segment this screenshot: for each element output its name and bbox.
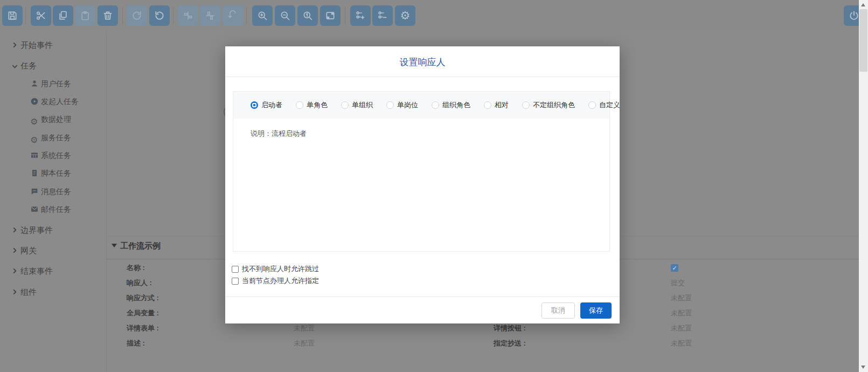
checkbox-allow-skip-when-no-responder[interactable]: 找不到响应人时允许跳过: [232, 264, 319, 274]
sidebar-item-data-processing[interactable]: ⚙ 数据处理: [0, 112, 106, 126]
zoom-out-icon: [280, 10, 290, 21]
toolbar-save-button[interactable]: [2, 5, 23, 26]
redo-button[interactable]: [127, 5, 147, 26]
copy-icon: [58, 10, 68, 21]
radio-icon: [522, 101, 530, 109]
fit-screen-button[interactable]: [320, 5, 341, 26]
add-node-icon: [355, 10, 366, 21]
field-label: 响应人 :: [127, 275, 152, 291]
field-value: 提交: [671, 275, 685, 291]
field-value: 未配置: [294, 336, 315, 351]
power-icon: [849, 10, 859, 21]
radio-option-single-post[interactable]: 单岗位: [386, 100, 418, 110]
sidebar-item-system-task[interactable]: 系统任务: [0, 148, 106, 162]
checkbox-icon: [232, 266, 239, 273]
distribute-horizontal-button[interactable]: [178, 5, 198, 26]
sidebar-item-service-task[interactable]: ⚙ 服务任务: [0, 130, 106, 144]
field-value: 未配置: [671, 336, 692, 351]
sidebar-group-components[interactable]: 组件: [0, 285, 106, 300]
radio-option-single-role[interactable]: 单角色: [296, 100, 328, 110]
vertical-scrollbar[interactable]: [859, 0, 868, 372]
zoom-in-icon: [257, 10, 268, 21]
undo-button[interactable]: [149, 5, 170, 26]
toolbar-separator: [345, 7, 345, 24]
checkbox-icon: [232, 278, 239, 285]
table-icon: [30, 151, 39, 160]
copy-button[interactable]: [53, 5, 73, 26]
cancel-button[interactable]: 取消: [541, 302, 575, 319]
cut-icon: [36, 10, 46, 21]
field-label: 指定抄送 :: [494, 336, 526, 351]
zoom-in-button[interactable]: [252, 5, 273, 26]
toolbar-separator: [122, 7, 123, 24]
settings-gear-icon: ⚙: [400, 10, 411, 22]
radio-option-undetermined-org-role[interactable]: 不定组织角色: [522, 100, 575, 110]
paste-button[interactable]: [75, 5, 95, 26]
zoom-reset-button[interactable]: [297, 5, 318, 26]
chevron-right-icon: [12, 289, 18, 295]
toolbar-separator: [246, 7, 247, 24]
add-node-button[interactable]: [350, 5, 371, 26]
radio-option-relative[interactable]: 相对: [484, 100, 509, 110]
checked-checkbox-icon: ✓: [671, 264, 678, 272]
gear-icon: ⚙: [30, 133, 38, 147]
sidebar-item-initiator-task[interactable]: 发起人任务: [0, 94, 106, 108]
chevron-down-icon: [12, 64, 18, 70]
radio-icon: [386, 101, 394, 109]
toolbar-separator: [173, 7, 173, 24]
panel-header[interactable]: 工作流示例: [112, 240, 161, 252]
toolbar-separator: [25, 7, 26, 24]
collapse-chevron-icon: [112, 244, 117, 247]
field-value: 未配置: [671, 321, 692, 336]
remove-node-icon: [377, 10, 388, 21]
comment-icon: [30, 187, 39, 196]
undo-icon: [154, 10, 165, 21]
radio-icon: [588, 101, 596, 109]
scrollbar-thumb[interactable]: [859, 9, 867, 72]
sidebar-item-script-task[interactable]: 脚本任务: [0, 166, 106, 180]
redo-icon: [131, 10, 142, 21]
cut-button[interactable]: [31, 5, 51, 26]
reset-direction-icon: [227, 10, 238, 21]
chevron-right-icon: [12, 247, 18, 253]
paste-icon: [80, 10, 91, 21]
delete-icon: [102, 10, 113, 21]
fit-screen-icon: [325, 10, 336, 21]
play-circle-icon: [30, 97, 39, 106]
scroll-down-arrow-icon[interactable]: [861, 366, 865, 369]
remove-node-button[interactable]: [372, 5, 393, 26]
radio-option-initiator[interactable]: 启动者: [251, 100, 282, 110]
radio-option-single-org[interactable]: 单组织: [341, 100, 373, 110]
dialog-title: 设置响应人: [225, 56, 620, 68]
radio-icon: [296, 101, 303, 109]
reset-direction-button[interactable]: [223, 5, 243, 26]
sidebar-group-end-event[interactable]: 结束事件: [0, 264, 106, 279]
radio-icon: [484, 101, 491, 109]
delete-button[interactable]: [98, 5, 118, 26]
scroll-up-arrow-icon[interactable]: [861, 3, 865, 6]
distribute-vertical-icon: [205, 10, 216, 21]
chevron-right-icon: [12, 268, 18, 274]
sidebar-item-message-task[interactable]: 消息任务: [0, 184, 106, 198]
radio-option-custom[interactable]: 自定义: [588, 100, 620, 110]
chevron-right-icon: [12, 42, 18, 48]
distribute-vertical-button[interactable]: [200, 5, 220, 26]
sidebar-item-mail-task[interactable]: 邮件任务: [0, 202, 106, 216]
panel-title: 工作流示例: [120, 241, 161, 250]
radio-option-org-role[interactable]: 组织角色: [432, 100, 470, 110]
sidebar-group-gateway[interactable]: 网关: [0, 243, 106, 258]
radio-icon: [341, 101, 349, 109]
sidebar-item-user-task[interactable]: 用户任务: [0, 77, 106, 91]
settings-button[interactable]: ⚙: [395, 5, 415, 26]
responder-type-radio-group: 启动者 单角色 单组织 单岗位 组织角色 相对 不定组织角色 自定义: [233, 92, 609, 119]
field-label: 全局变量 :: [127, 306, 159, 321]
field-label: 响应方式 :: [127, 291, 159, 306]
modal-save-button[interactable]: 保存: [580, 302, 612, 319]
zoom-out-button[interactable]: [275, 5, 295, 26]
sidebar-group-task[interactable]: 任务: [0, 58, 106, 73]
sidebar-group-boundary-event[interactable]: 边界事件: [0, 223, 106, 238]
user-icon: [30, 79, 39, 88]
palette-sidebar: 开始事件 任务 用户任务 发起人任务 ⚙ 数据处理 ⚙ 服务任务 系统任务 脚本: [0, 31, 107, 372]
sidebar-group-start-event[interactable]: 开始事件: [0, 38, 106, 53]
checkbox-allow-current-handler-assign[interactable]: 当前节点办理人允许指定: [232, 276, 319, 286]
